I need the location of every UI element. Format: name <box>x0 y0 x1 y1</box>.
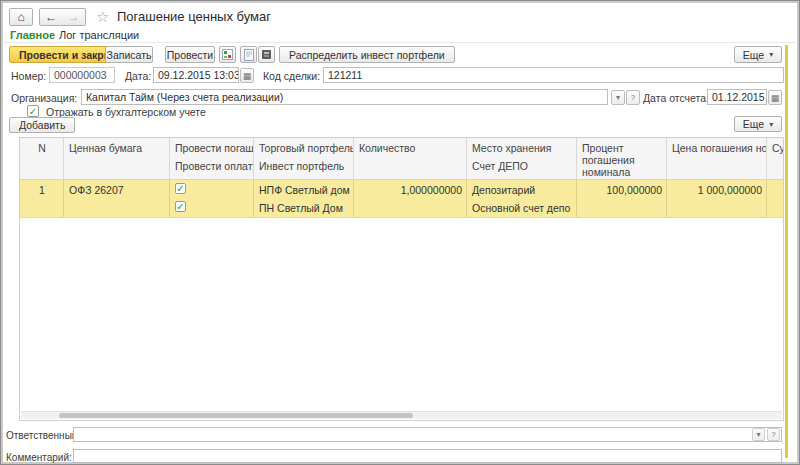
tab-translation-log[interactable]: Лог трансляции <box>59 29 139 41</box>
add-row-button[interactable]: Добавить <box>9 117 75 133</box>
form-more-button[interactable]: Еще ▾ <box>734 46 782 63</box>
table-header-row: N Ценная бумага Провести погашение Прове… <box>20 138 783 180</box>
date-calendar-button[interactable]: ▦ <box>240 68 254 83</box>
document-form-window: ⌂ ← → ☆ Погашение ценных бумаг Главное Л… <box>0 0 800 465</box>
cell-quantity[interactable]: 1,000000000 <box>354 180 467 217</box>
comment-label: Комментарий: <box>6 452 72 463</box>
open-icon: ? <box>771 430 775 439</box>
form-more-label: Еще <box>743 49 764 61</box>
deal-code-field[interactable]: 121211 <box>323 67 784 83</box>
number-field[interactable]: 000000003 <box>49 67 115 83</box>
page-title: Погашение ценных бумаг <box>117 9 271 24</box>
document-icon <box>244 49 254 61</box>
chevron-down-icon: ▾ <box>769 50 773 59</box>
cell-security[interactable]: ОФЗ 26207 <box>64 180 170 217</box>
tab-main[interactable]: Главное <box>10 29 55 41</box>
back-icon: ← <box>45 10 57 24</box>
organization-field[interactable]: Капитал Тайм (Через счета реализации) <box>81 89 608 105</box>
date-field[interactable]: 09.12.2015 13:03:53 <box>153 67 239 83</box>
col-header-sum[interactable]: Су <box>767 138 783 179</box>
horizontal-scrollbar[interactable] <box>21 411 782 419</box>
comment-field[interactable] <box>73 449 782 463</box>
col-header-quantity[interactable]: Количество <box>354 138 467 179</box>
table-more-button[interactable]: Еще ▾ <box>734 116 782 132</box>
check-icon: ✓ <box>176 201 184 212</box>
open-icon: ? <box>631 93 635 102</box>
table-more-label: Еще <box>743 118 764 130</box>
document-register-button[interactable] <box>240 46 257 63</box>
start-date-label: Дата отсчета: <box>643 92 709 104</box>
responsible-open-button[interactable]: ? <box>767 428 780 441</box>
chevron-down-icon: ▾ <box>769 120 773 129</box>
post-button[interactable]: Провести <box>165 46 215 63</box>
cell-redemption-price[interactable]: 1 000,000000 <box>667 180 767 217</box>
responsible-label: Ответственный: <box>6 430 80 441</box>
securities-table: N Ценная бумага Провести погашение Прове… <box>19 137 784 421</box>
start-date-field[interactable]: 01.12.2015 <box>707 89 767 105</box>
start-date-calendar-button[interactable]: ▦ <box>768 90 782 105</box>
check-icon: ✓ <box>176 183 184 194</box>
table-row[interactable]: 1 ОФЗ 26207 ✓ ✓ НПФ Светлый дом ПН Светл… <box>20 180 783 218</box>
organization-dropdown-button[interactable]: ▾ <box>611 90 625 105</box>
check-icon: ✓ <box>29 106 37 117</box>
col-header-n[interactable]: N <box>20 138 64 179</box>
pay-checkbox[interactable]: ✓ <box>175 201 186 212</box>
cell-sum[interactable] <box>767 180 783 217</box>
dt-kt-icon <box>222 49 233 60</box>
calendar-icon: ▦ <box>243 71 252 81</box>
home-button[interactable]: ⌂ <box>9 8 33 26</box>
chevron-down-icon: ▾ <box>616 93 620 102</box>
col-header-storage[interactable]: Место хранения Счет ДЕПО <box>467 138 577 179</box>
chevron-down-icon: ▾ <box>756 430 760 439</box>
col-header-security[interactable]: Ценная бумага <box>64 138 170 179</box>
responsible-field[interactable] <box>73 427 782 442</box>
redeem-checkbox[interactable]: ✓ <box>175 183 186 194</box>
related-documents-icon <box>261 49 272 60</box>
cell-redeem-pay: ✓ ✓ <box>170 180 254 217</box>
col-header-redemption-price[interactable]: Цена погашения номинала <box>667 138 767 179</box>
distribute-portfolios-button[interactable]: Распределить инвест портфели <box>279 46 455 63</box>
reflect-accounting-checkbox[interactable]: ✓ <box>27 105 39 117</box>
col-header-portfolio[interactable]: Торговый портфель Инвест портфель <box>254 138 354 179</box>
date-label: Дата: <box>125 70 151 82</box>
organization-open-button[interactable]: ? <box>626 90 640 105</box>
favorite-star-icon[interactable]: ☆ <box>96 8 109 26</box>
col-header-redemption-percent[interactable]: Процент погашения номинала <box>577 138 667 179</box>
calendar-icon: ▦ <box>771 93 780 103</box>
cell-n: 1 <box>20 180 64 217</box>
cell-redemption-percent[interactable]: 100,000000 <box>577 180 667 217</box>
organization-label: Организация: <box>11 92 77 104</box>
cell-storage[interactable]: Депозитарий Основной счет депо <box>467 180 577 217</box>
home-icon: ⌂ <box>17 10 24 24</box>
write-button[interactable]: Записать <box>105 46 153 63</box>
number-label: Номер: <box>11 70 46 82</box>
horizontal-scrollbar-thumb[interactable] <box>59 413 413 418</box>
related-documents-button[interactable] <box>258 46 275 63</box>
tabs-separator <box>4 42 796 43</box>
cell-portfolio[interactable]: НПФ Светлый дом ПН Светлый Дом <box>254 180 354 217</box>
form-accent-strip <box>785 45 788 458</box>
responsible-dropdown-button[interactable]: ▾ <box>752 428 765 441</box>
forward-icon: → <box>68 10 80 24</box>
forward-button[interactable]: → <box>62 8 86 26</box>
post-results-button[interactable] <box>219 46 236 63</box>
back-button[interactable]: ← <box>39 8 63 26</box>
deal-code-label: Код сделки: <box>263 70 320 82</box>
col-header-redeem-pay[interactable]: Провести погашение Провести оплату <box>170 138 254 179</box>
